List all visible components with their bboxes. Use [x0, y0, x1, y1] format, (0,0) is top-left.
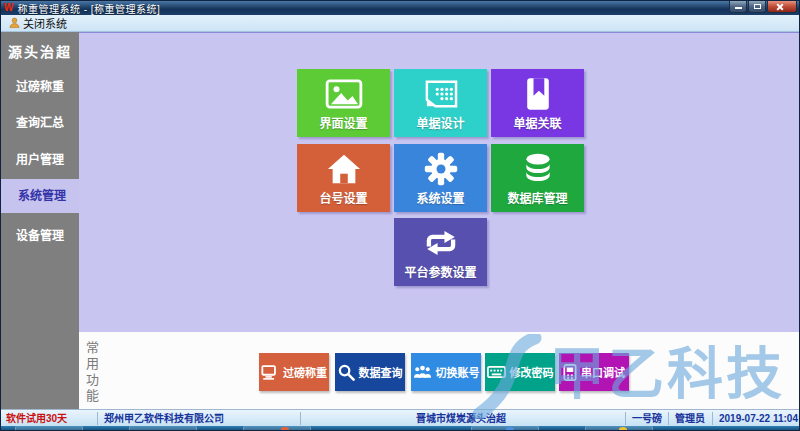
minimize-button[interactable]	[729, 1, 747, 13]
window-title: 称重管理系统 - [称重管理系统]	[17, 1, 160, 16]
image-icon	[297, 74, 390, 114]
menu-item-close-system[interactable]: 关闭系统	[1, 15, 75, 31]
status-bar: 软件试用30天 郑州甲乙软件科技有限公司 晋城市煤炭源头治超 一号磅 管理员 2…	[1, 409, 800, 426]
main-panel: 界面设置 单据设计	[79, 32, 800, 332]
taskbar-button[interactable]	[471, 426, 539, 431]
tile-platform-params[interactable]: 平台参数设置	[394, 218, 487, 286]
tile-label: 单据设计	[394, 114, 487, 131]
menu-bar: 关闭系统	[1, 15, 800, 32]
person-icon	[9, 17, 20, 29]
tile-label: 数据库管理	[491, 189, 584, 206]
tile-receipt-link[interactable]: 单据关联	[491, 69, 584, 137]
taskbar-app-icon[interactable]	[619, 427, 627, 431]
tile-interface-settings[interactable]: 界面设置	[297, 69, 390, 137]
computer-icon	[261, 364, 279, 381]
receipt-design-icon	[394, 74, 487, 114]
taskbar-button[interactable]	[15, 426, 83, 431]
status-company: 郑州甲乙软件科技有限公司	[104, 410, 224, 427]
sidebar-item-query[interactable]: 查询汇总	[1, 113, 79, 133]
app-logo-icon: W	[4, 3, 13, 13]
users-icon	[413, 364, 432, 380]
status-divider	[300, 412, 301, 425]
quick-button-label: 切换账号	[436, 364, 480, 380]
sidebar-item-system[interactable]: 系统管理	[1, 179, 83, 213]
sidebar-item-users[interactable]: 用户管理	[1, 150, 79, 170]
close-button[interactable]	[767, 1, 797, 13]
menu-item-label: 关闭系统	[23, 15, 67, 31]
tile-label: 台号设置	[297, 189, 390, 206]
serial-device-icon	[563, 364, 577, 381]
tile-label: 界面设置	[297, 114, 390, 131]
taskbar-app-icon[interactable]	[506, 427, 514, 431]
tile-system-settings[interactable]: 系统设置	[394, 144, 487, 212]
tile-station-settings[interactable]: 台号设置	[297, 144, 390, 212]
maximize-button[interactable]	[748, 1, 766, 13]
sidebar-item-devices[interactable]: 设备管理	[1, 226, 79, 246]
status-scale: 一号磅	[632, 410, 662, 427]
sidebar-header: 源头治超	[1, 41, 79, 61]
app-window: W 称重管理系统 - [称重管理系统] 关闭系统 源头治超 过磅称重 查询汇总 …	[0, 0, 800, 431]
quick-button-label: 串口调试	[581, 364, 625, 380]
quick-button-weighing[interactable]: 过磅称重	[259, 353, 329, 391]
status-divider	[712, 412, 713, 425]
quick-button-change-password[interactable]: 修改密码	[485, 353, 555, 391]
quick-button-serial-debug[interactable]: 串口调试	[559, 353, 629, 391]
status-project: 晋城市煤炭源头治超	[416, 410, 506, 427]
database-icon	[491, 149, 584, 189]
sidebar: 源头治超 过磅称重 查询汇总 用户管理 系统管理 设备管理	[1, 32, 79, 409]
status-divider	[668, 412, 669, 425]
status-divider	[625, 412, 626, 425]
tile-database-management[interactable]: 数据库管理	[491, 144, 584, 212]
bookmark-icon	[491, 74, 584, 114]
taskbar-button[interactable]	[129, 426, 197, 431]
tile-label: 平台参数设置	[394, 263, 487, 280]
common-functions-label: 常用功能	[82, 341, 101, 405]
keypad-icon	[487, 365, 506, 379]
quick-button-data-query[interactable]: 数据查询	[335, 353, 405, 391]
quick-button-label: 修改密码	[510, 364, 554, 380]
title-bar: W 称重管理系统 - [称重管理系统]	[1, 1, 800, 15]
taskbar-app-icon[interactable]	[281, 427, 289, 431]
taskbar[interactable]	[1, 426, 800, 431]
tile-label: 系统设置	[394, 189, 487, 206]
repeat-icon	[394, 223, 487, 263]
gear-icon	[394, 149, 487, 189]
status-user: 管理员	[675, 410, 705, 427]
quick-button-label: 过磅称重	[283, 364, 327, 380]
tile-receipt-design[interactable]: 单据设计	[394, 69, 487, 137]
status-trial: 软件试用30天	[6, 410, 67, 427]
tile-label: 单据关联	[491, 114, 584, 131]
search-icon	[338, 364, 355, 381]
status-datetime: 2019-07-22 11:04:25	[719, 410, 800, 427]
home-icon	[297, 149, 390, 189]
sidebar-item-weighing[interactable]: 过磅称重	[1, 77, 79, 97]
quick-button-label: 数据查询	[359, 364, 403, 380]
status-divider	[97, 412, 98, 425]
common-functions-panel: 常用功能 过磅称重 数据查询 切换账号	[79, 332, 800, 409]
quick-button-switch-account[interactable]: 切换账号	[411, 353, 481, 391]
taskbar-button[interactable]	[243, 426, 311, 431]
